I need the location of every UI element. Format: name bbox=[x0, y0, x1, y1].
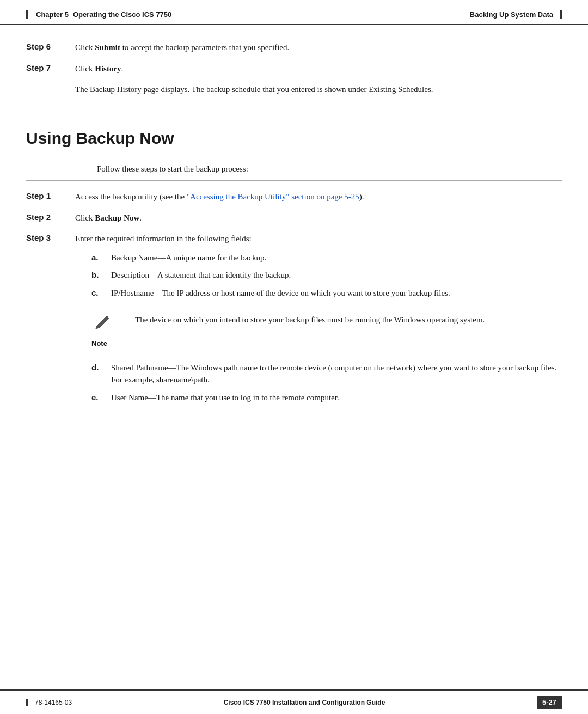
note-icon-area: Note bbox=[91, 312, 135, 349]
sub-a-label: a. bbox=[91, 252, 111, 264]
sub-e-content: User Name—The name that you use to log i… bbox=[111, 392, 562, 404]
step-3-label: Step 3 bbox=[26, 233, 75, 242]
note-pencil-icon bbox=[91, 314, 111, 336]
header-right: Backing Up System Data bbox=[470, 10, 562, 19]
chapter-label: Chapter 5 bbox=[36, 10, 69, 19]
step-2-bold: Backup Now bbox=[95, 213, 139, 222]
step-2-text-before: Click bbox=[75, 213, 95, 222]
step-3-content: Enter the required information in the fo… bbox=[75, 233, 562, 409]
step-6-bold: Submit bbox=[95, 43, 120, 52]
step-6-label: Step 6 bbox=[26, 41, 75, 51]
step-1-text: Access the backup utility (see the bbox=[75, 192, 187, 201]
note-label: Note bbox=[91, 338, 107, 349]
step-1-content: Access the backup utility (see the "Acce… bbox=[75, 191, 562, 203]
footer-left: 78-14165-03 bbox=[26, 699, 72, 706]
footer-center: Cisco ICS 7750 Installation and Configur… bbox=[224, 699, 385, 706]
sub-item-c: c. IP/Hostname—The IP address or host na… bbox=[91, 287, 562, 300]
section-divider bbox=[26, 109, 562, 109]
header-left-bar bbox=[26, 10, 28, 19]
step-7-bold: History bbox=[95, 64, 121, 73]
step-2-text-after: . bbox=[139, 213, 142, 222]
step-2-row: Step 2 Click Backup Now. bbox=[26, 212, 562, 224]
step-7-detail-row: The Backup History page displays. The ba… bbox=[26, 83, 562, 96]
step-7-detail-empty bbox=[26, 83, 75, 84]
sub-item-b: b. Description—A statement that can iden… bbox=[91, 269, 562, 282]
step-3-text: Enter the required information in the fo… bbox=[75, 234, 252, 243]
header-left: Chapter 5 Operating the Cisco ICS 7750 bbox=[26, 10, 171, 19]
sub-a-content: Backup Name—A unique name for the backup… bbox=[111, 252, 562, 264]
sub-c-label: c. bbox=[91, 287, 111, 300]
step-7-row: Step 7 Click History. bbox=[26, 63, 562, 75]
step-7-text-after: . bbox=[121, 64, 124, 73]
footer-page-number: 5-27 bbox=[537, 696, 562, 709]
sub-b-content: Description—A statement that can identif… bbox=[111, 269, 562, 282]
footer-doc-number: 78-14165-03 bbox=[35, 699, 72, 706]
step-3-row: Step 3 Enter the required information in… bbox=[26, 233, 562, 409]
note-box: Note The device on which you intend to s… bbox=[91, 306, 562, 355]
sub-b-label: b. bbox=[91, 269, 111, 282]
section-heading: Using Backup Now bbox=[26, 129, 562, 148]
sub-d-content: Shared Pathname—The Windows path name to… bbox=[111, 362, 562, 386]
step-1-row: Step 1 Access the backup utility (see th… bbox=[26, 191, 562, 203]
step-6-content: Click Submit to accept the backup parame… bbox=[75, 41, 562, 54]
chapter-title: Operating the Cisco ICS 7750 bbox=[73, 10, 171, 19]
main-content: Step 6 Click Submit to accept the backup… bbox=[0, 25, 588, 461]
step-1-text-after: ). bbox=[359, 192, 364, 201]
step-1-link[interactable]: "Accessing the Backup Utility" section o… bbox=[187, 192, 359, 201]
step-6-text-after: to accept the backup parameters that you… bbox=[120, 43, 289, 52]
footer-left-bar bbox=[26, 699, 28, 706]
step-6-text-before: Click bbox=[75, 43, 95, 52]
note-text: The device on which you intend to store … bbox=[135, 312, 562, 349]
step-7-text-before: Click bbox=[75, 64, 95, 73]
header-right-title: Backing Up System Data bbox=[470, 10, 553, 19]
step-7-label: Step 7 bbox=[26, 63, 75, 72]
sub-item-a: a. Backup Name—A unique name for the bac… bbox=[91, 252, 562, 264]
sub-d-label: d. bbox=[91, 362, 111, 386]
sub-e-label: e. bbox=[91, 392, 111, 404]
step-divider bbox=[26, 180, 562, 181]
section-intro: Follow these steps to start the backup p… bbox=[97, 163, 562, 175]
step-7-detail: The Backup History page displays. The ba… bbox=[75, 83, 562, 96]
page-header: Chapter 5 Operating the Cisco ICS 7750 B… bbox=[0, 0, 588, 25]
sub-c-content: IP/Hostname—The IP address or host name … bbox=[111, 287, 562, 300]
step-1-label: Step 1 bbox=[26, 191, 75, 200]
page-footer: 78-14165-03 Cisco ICS 7750 Installation … bbox=[0, 689, 588, 714]
step-2-label: Step 2 bbox=[26, 212, 75, 222]
sub-item-e: e. User Name—The name that you use to lo… bbox=[91, 392, 562, 404]
step-6-row: Step 6 Click Submit to accept the backup… bbox=[26, 41, 562, 54]
step-2-content: Click Backup Now. bbox=[75, 212, 562, 224]
sub-item-d: d. Shared Pathname—The Windows path name… bbox=[91, 362, 562, 386]
header-right-bar bbox=[560, 10, 562, 19]
step-7-content: Click History. bbox=[75, 63, 562, 75]
